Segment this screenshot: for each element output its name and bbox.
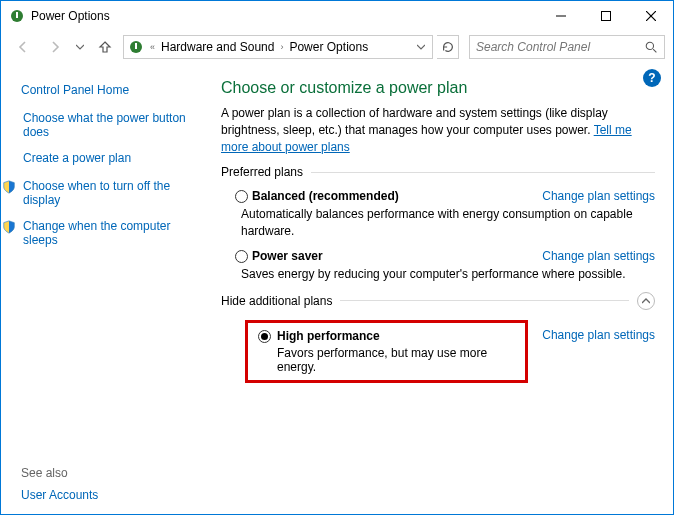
sidebar-link-create-plan[interactable]: Create a power plan — [23, 151, 131, 165]
up-button[interactable] — [91, 35, 119, 59]
address-bar[interactable]: « Hardware and Sound › Power Options — [123, 35, 433, 59]
hide-plans-label: Hide additional plans — [221, 294, 332, 308]
preferred-plans-label: Preferred plans — [221, 165, 303, 179]
help-icon[interactable]: ? — [643, 69, 661, 87]
change-settings-balanced[interactable]: Change plan settings — [542, 189, 655, 203]
see-also-label: See also — [21, 466, 199, 480]
forward-button[interactable] — [41, 35, 69, 59]
breadcrumb-level2[interactable]: Power Options — [289, 40, 368, 54]
sidebar-link-power-button[interactable]: Choose what the power button does — [23, 111, 199, 139]
svg-point-8 — [646, 42, 653, 49]
search-input[interactable]: Search Control Panel — [469, 35, 665, 59]
blank-icon — [1, 151, 17, 167]
plan-balanced-title[interactable]: Balanced (recommended) — [252, 189, 530, 203]
change-settings-powersaver[interactable]: Change plan settings — [542, 249, 655, 263]
sidebar-link-turn-off-display[interactable]: Choose when to turn off the display — [23, 179, 199, 207]
description-text: A power plan is a collection of hardware… — [221, 106, 608, 137]
window-title: Power Options — [31, 9, 110, 23]
plan-highperf-title[interactable]: High performance — [277, 329, 517, 343]
collapse-icon[interactable] — [637, 292, 655, 310]
plan-highperf-desc: Favors performance, but may use more ene… — [277, 346, 517, 374]
window-frame: Power Options — [0, 0, 674, 515]
recent-locations-button[interactable] — [73, 43, 87, 51]
search-icon — [645, 41, 658, 54]
highlighted-plan: High performance Favors performance, but… — [245, 320, 528, 383]
hide-plans-header[interactable]: Hide additional plans — [221, 292, 655, 310]
divider — [340, 300, 629, 301]
address-dropdown-icon[interactable] — [414, 43, 428, 51]
see-also-user-accounts[interactable]: User Accounts — [21, 488, 199, 502]
app-icon — [9, 8, 25, 24]
back-button[interactable] — [9, 35, 37, 59]
power-icon — [128, 39, 144, 55]
breadcrumb-level1[interactable]: Hardware and Sound — [161, 40, 274, 54]
refresh-button[interactable] — [437, 35, 459, 59]
radio-powersaver[interactable] — [235, 250, 248, 263]
page-title: Choose or customize a power plan — [221, 79, 655, 97]
radio-balanced[interactable] — [235, 190, 248, 203]
body: ? Control Panel Home Choose what the pow… — [1, 63, 673, 514]
blank-icon — [1, 111, 17, 127]
change-settings-highperf[interactable]: Change plan settings — [542, 328, 655, 342]
chevron-right-icon: « — [148, 42, 157, 52]
content-area: Choose or customize a power plan A power… — [211, 63, 673, 514]
sidebar: Control Panel Home Choose what the power… — [1, 63, 211, 514]
chevron-right-icon: › — [278, 42, 285, 52]
svg-rect-7 — [135, 43, 137, 49]
window-controls — [538, 1, 673, 31]
shield-icon — [1, 179, 17, 195]
maximize-button[interactable] — [583, 1, 628, 31]
sidebar-link-sleep[interactable]: Change when the computer sleeps — [23, 219, 199, 247]
search-placeholder: Search Control Panel — [476, 40, 590, 54]
shield-icon — [1, 219, 17, 235]
minimize-button[interactable] — [538, 1, 583, 31]
radio-highperf[interactable] — [258, 330, 271, 343]
divider — [311, 172, 655, 173]
plan-balanced-desc: Automatically balances performance with … — [241, 206, 655, 238]
plan-powersaver-desc: Saves energy by reducing your computer's… — [241, 266, 655, 282]
svg-rect-3 — [601, 12, 610, 21]
svg-rect-1 — [16, 12, 18, 18]
titlebar: Power Options — [1, 1, 673, 31]
close-button[interactable] — [628, 1, 673, 31]
svg-line-9 — [653, 49, 656, 52]
preferred-plans-header: Preferred plans — [221, 165, 655, 179]
control-panel-home-link[interactable]: Control Panel Home — [21, 83, 199, 97]
navigation-bar: « Hardware and Sound › Power Options Sea… — [1, 31, 673, 63]
plan-powersaver-title[interactable]: Power saver — [252, 249, 530, 263]
page-description: A power plan is a collection of hardware… — [221, 105, 655, 155]
